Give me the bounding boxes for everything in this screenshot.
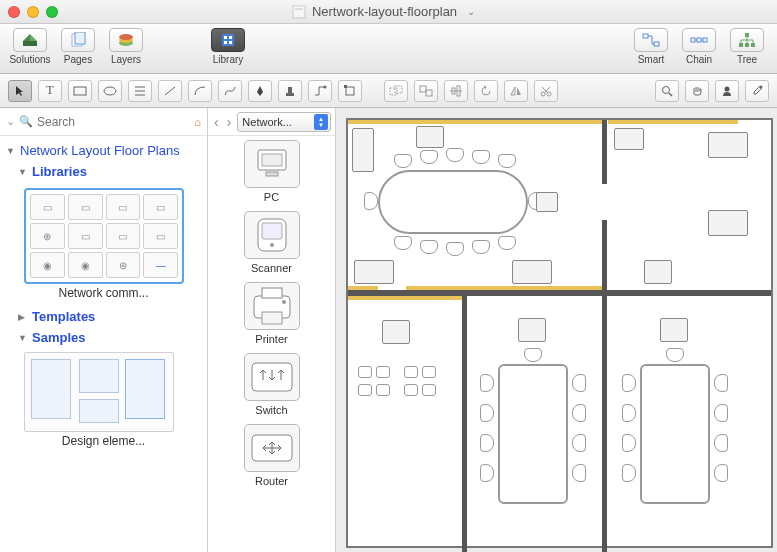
hand-tool[interactable]: [685, 80, 709, 102]
lib-back-button[interactable]: ‹: [212, 114, 221, 130]
chain-connector-button[interactable]: Chain: [675, 26, 723, 65]
svg-rect-32: [286, 93, 294, 96]
chevron-down-icon[interactable]: ⌄: [6, 115, 15, 128]
minimize-window-button[interactable]: [27, 6, 39, 18]
device-rack: [352, 128, 374, 172]
canvas[interactable]: [336, 108, 777, 552]
svg-marker-2: [30, 34, 37, 41]
lib-item-printer[interactable]: Printer: [244, 282, 300, 345]
svg-rect-37: [390, 88, 397, 95]
layers-button[interactable]: Layers: [102, 26, 150, 65]
search-bar: ⌄ 🔍 ⌂: [0, 108, 207, 136]
pointer-tool[interactable]: [8, 80, 32, 102]
svg-rect-33: [288, 87, 292, 93]
svg-rect-1: [295, 8, 303, 10]
list-tool[interactable]: [128, 80, 152, 102]
zoom-tool[interactable]: [655, 80, 679, 102]
svg-rect-17: [691, 38, 695, 42]
tree-connector-button[interactable]: Tree: [723, 26, 771, 65]
eyedropper-tool[interactable]: [745, 80, 769, 102]
library-button[interactable]: Library: [204, 26, 252, 65]
pages-button[interactable]: Pages: [54, 26, 102, 65]
svg-rect-54: [266, 172, 278, 176]
device-printer: [354, 260, 394, 284]
snip-tool[interactable]: [534, 80, 558, 102]
document-title: Nertwork-layout-floorplan: [312, 4, 457, 19]
pen-tool[interactable]: [248, 80, 272, 102]
library-column: ‹ › Network... ▲▼ PC Scanner Printer: [208, 108, 336, 552]
text-tool[interactable]: T: [38, 80, 62, 102]
search-input[interactable]: [37, 115, 190, 129]
svg-rect-15: [643, 34, 648, 38]
sample-thumbnail[interactable]: [24, 352, 174, 432]
main-toolbar: Solutions Pages Layers Library Smart Cha…: [0, 24, 777, 74]
window-title: Nertwork-layout-floorplan ⌄: [58, 4, 709, 19]
solutions-panel: ⌄ 🔍 ⌂ ▼Network Layout Floor Plans ▼Libra…: [0, 108, 208, 552]
rectangle-tool[interactable]: [68, 80, 92, 102]
library-selector[interactable]: Network... ▲▼: [237, 112, 331, 132]
window-controls: [8, 6, 58, 18]
svg-rect-16: [654, 42, 659, 46]
spline-tool[interactable]: [218, 80, 242, 102]
shape-toolbar: T: [0, 74, 777, 108]
device-copier: [512, 260, 552, 284]
svg-rect-56: [262, 223, 282, 239]
svg-rect-35: [346, 87, 354, 95]
svg-rect-23: [739, 43, 743, 47]
user-tool[interactable]: [715, 80, 739, 102]
line-tool[interactable]: [158, 80, 182, 102]
tree-templates[interactable]: ▶Templates: [18, 306, 201, 327]
svg-rect-59: [262, 288, 282, 298]
artboard-tool[interactable]: [338, 80, 362, 102]
svg-rect-10: [222, 34, 234, 46]
svg-rect-26: [74, 87, 86, 95]
svg-rect-0: [293, 6, 305, 18]
svg-rect-60: [262, 312, 282, 324]
ellipse-tool[interactable]: [98, 80, 122, 102]
tree-samples[interactable]: ▼Samples: [18, 327, 201, 348]
tree-root[interactable]: ▼Network Layout Floor Plans: [6, 140, 201, 161]
lib-forward-button[interactable]: ›: [225, 114, 234, 130]
svg-rect-13: [224, 41, 227, 44]
svg-rect-6: [75, 32, 85, 44]
svg-point-48: [663, 86, 670, 93]
lib-item-pc[interactable]: PC: [244, 140, 300, 203]
rotate-tool[interactable]: [474, 80, 498, 102]
search-icon: 🔍: [19, 115, 33, 128]
svg-rect-14: [229, 41, 232, 44]
svg-rect-40: [426, 90, 432, 96]
zoom-window-button[interactable]: [46, 6, 58, 18]
flip-tool[interactable]: [504, 80, 528, 102]
group-tool[interactable]: [384, 80, 408, 102]
close-window-button[interactable]: [8, 6, 20, 18]
svg-rect-18: [697, 38, 701, 42]
lib-item-scanner[interactable]: Scanner: [244, 211, 300, 274]
svg-rect-22: [745, 33, 749, 37]
svg-rect-24: [745, 43, 749, 47]
titlebar: Nertwork-layout-floorplan ⌄: [0, 0, 777, 24]
title-chevron-icon[interactable]: ⌄: [467, 6, 475, 17]
connector-tool[interactable]: [308, 80, 332, 102]
svg-rect-19: [703, 38, 707, 42]
svg-rect-39: [420, 86, 426, 92]
floorplan: [346, 118, 773, 548]
home-icon[interactable]: ⌂: [194, 116, 201, 128]
library-thumbnail-selected[interactable]: ▭▭▭▭ ⊕▭▭▭ ◉◉⊜—: [24, 188, 184, 284]
solutions-button[interactable]: Solutions: [6, 26, 54, 65]
lib-item-router[interactable]: Router: [244, 424, 300, 487]
sample-thumb-label: Design eleme...: [6, 434, 201, 448]
svg-rect-38: [395, 86, 402, 93]
tree-libraries[interactable]: ▼Libraries: [18, 161, 201, 182]
svg-marker-3: [23, 34, 30, 41]
smart-connector-button[interactable]: Smart: [627, 26, 675, 65]
svg-rect-36: [344, 85, 347, 88]
device-pc: [416, 126, 444, 148]
ungroup-tool[interactable]: [414, 80, 438, 102]
arc-tool[interactable]: [188, 80, 212, 102]
align-tool[interactable]: [444, 80, 468, 102]
stamp-tool[interactable]: [278, 80, 302, 102]
svg-rect-12: [229, 36, 232, 39]
lib-item-switch[interactable]: Switch: [244, 353, 300, 416]
svg-point-34: [324, 85, 327, 88]
svg-rect-53: [262, 154, 282, 166]
